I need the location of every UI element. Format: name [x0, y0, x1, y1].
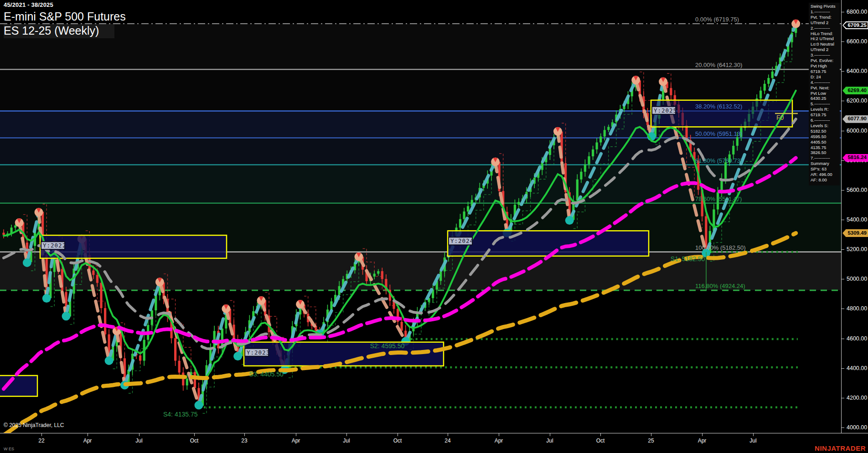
price-tick-label: 4200.00 [847, 395, 867, 401]
time-tick-label: 22 [38, 438, 44, 444]
price-tick [842, 279, 844, 279]
ninjatrader-logo: NINJATRADER [815, 444, 866, 452]
time-tick [296, 433, 296, 436]
panel-line: HiLo Trend: [811, 31, 840, 36]
panel-line: AF: 8.00 [811, 177, 840, 183]
svg-text:100.00% (5182.50): 100.00% (5182.50) [695, 244, 746, 251]
time-tick [499, 433, 499, 436]
price-tick [842, 249, 844, 250]
chart-surface[interactable]: F0Y:2022Y:2023Y:2024Y:20250.00% (6719.75… [0, 0, 841, 433]
price-tick-label: 6400.00 [847, 68, 867, 74]
svg-text:61.80% (5769.73): 61.80% (5769.73) [695, 157, 742, 164]
panel-line: 3826.50 [811, 150, 840, 155]
price-axis[interactable]: 6800.006600.006400.006200.006000.005800.… [841, 0, 868, 433]
time-tick-label: 25 [648, 438, 654, 444]
time-tick-label: Jul [546, 438, 553, 444]
price-tick [842, 190, 844, 190]
panel-line: 4405.50 [811, 139, 840, 145]
price-tick-label: 4000.00 [847, 424, 867, 431]
chart-canvas[interactable]: F0Y:2022Y:2023Y:2024Y:20250.00% (6719.75… [0, 0, 841, 433]
contract-subtitle: ES 12-25 (Weekly) [4, 24, 114, 38]
price-tick-label: 6800.00 [847, 9, 867, 15]
time-tick-label: Apr [698, 438, 707, 444]
panel-line: Lo:0 Neutral [811, 41, 840, 47]
panel-line: Levels R: [811, 107, 840, 112]
panel-line: Levels S: [811, 123, 840, 129]
svg-text:20.00% (6412.30): 20.00% (6412.30) [695, 62, 742, 68]
svg-text:0.00% (6719.75): 0.00% (6719.75) [695, 16, 739, 23]
time-tick-label: Apr [292, 438, 300, 444]
price-tick-label: 5600.00 [847, 187, 867, 193]
panel-line: Pvt Low [811, 91, 840, 96]
time-tick-label: Jul [135, 438, 142, 444]
panel-line: D: 24 [811, 74, 840, 80]
panel-line: 6719.75 [811, 112, 840, 118]
panel-line: Swing Pivots [811, 4, 840, 9]
panel-line: 5.----------- [811, 101, 840, 107]
date-range-label: 45/2021 - 38/2025 [4, 1, 126, 8]
price-marker: 5309.49 [842, 229, 868, 237]
panel-line: 7.----------- [811, 155, 840, 161]
panel-line: Pvt. Trend: [811, 15, 840, 20]
price-marker: 5816.24 [842, 154, 868, 162]
time-axis[interactable]: W ES NINJATRADER 22AprJulOct23AprJulOct2… [0, 433, 868, 453]
price-tick [842, 368, 844, 369]
price-tick-label: 6000.00 [847, 128, 867, 134]
time-tick [753, 433, 754, 436]
time-tick-label: Apr [83, 438, 92, 444]
instrument-code-label: W ES [4, 447, 14, 451]
svg-text:S2: 4595.50: S2: 4595.50 [370, 342, 405, 350]
svg-text:Y:2022: Y:2022 [43, 242, 66, 249]
price-tick [842, 160, 844, 161]
ninjatrader-chart-window: F0Y:2022Y:2023Y:2024Y:20250.00% (6719.75… [0, 0, 868, 453]
time-tick [244, 433, 245, 436]
svg-text:Y:2024: Y:2024 [450, 237, 474, 244]
price-tick [842, 131, 844, 131]
price-marker: 6269.40 [842, 87, 868, 94]
panel-line: Pvt. Evolve: [811, 58, 840, 63]
price-tick-label: 5200.00 [847, 246, 867, 252]
svg-text:F0: F0 [776, 114, 784, 121]
price-marker: 6077.90 [842, 115, 868, 123]
svg-text:S4: 4135.75: S4: 4135.75 [163, 411, 198, 418]
panel-line: SP's: 63 [811, 166, 840, 172]
price-tick-label: 4400.00 [847, 365, 867, 371]
panel-line: UTrend 2 [811, 20, 840, 26]
panel-line: 1.----------- [811, 9, 840, 15]
time-tick [41, 433, 42, 436]
panel-line: 6430.25 [811, 96, 840, 101]
panel-line: 4135.75 [811, 145, 840, 150]
svg-text:S3: 4405.50: S3: 4405.50 [249, 371, 284, 378]
panel-line: Pvt High [811, 63, 840, 69]
price-tick [842, 71, 844, 72]
time-tick [651, 433, 651, 436]
price-tick [842, 427, 844, 428]
svg-text:Y:2023: Y:2023 [247, 349, 270, 356]
panel-line: 4.----------- [811, 80, 840, 85]
panel-line: 6.----------- [811, 118, 840, 123]
time-tick-label: 24 [444, 438, 450, 444]
instrument-title: E-mini S&P 500 Futures [4, 10, 126, 23]
panel-line: 3.----------- [811, 52, 840, 58]
time-tick [139, 433, 140, 436]
panel-line: UTrend 2 [811, 47, 840, 52]
time-tick [398, 433, 398, 436]
time-tick-label: Apr [495, 438, 503, 444]
time-tick [550, 433, 550, 436]
panel-line: Hi:2 UTrend [811, 36, 840, 41]
panel-line: 6719.75 [811, 69, 840, 74]
price-tick [842, 12, 844, 12]
price-tick [842, 101, 844, 101]
panel-line: 2.----------- [811, 26, 840, 31]
time-tick-label: Oct [596, 438, 605, 444]
swing-pivots-panel: Swing Pivots1.-----------Pvt. Trend:UTre… [809, 3, 840, 185]
svg-text:116.80% (4924.24): 116.80% (4924.24) [695, 283, 745, 289]
price-tick-label: 5000.00 [847, 276, 867, 282]
price-tick-label: 5400.00 [847, 216, 867, 223]
price-tick-label: 6200.00 [847, 98, 867, 104]
time-tick-label: Jul [749, 438, 756, 444]
panel-line: Pvt. Next: [811, 85, 840, 91]
svg-text:Y:2025: Y:2025 [654, 107, 677, 114]
time-tick [346, 433, 347, 436]
price-marker: 6709.25 [842, 21, 868, 29]
